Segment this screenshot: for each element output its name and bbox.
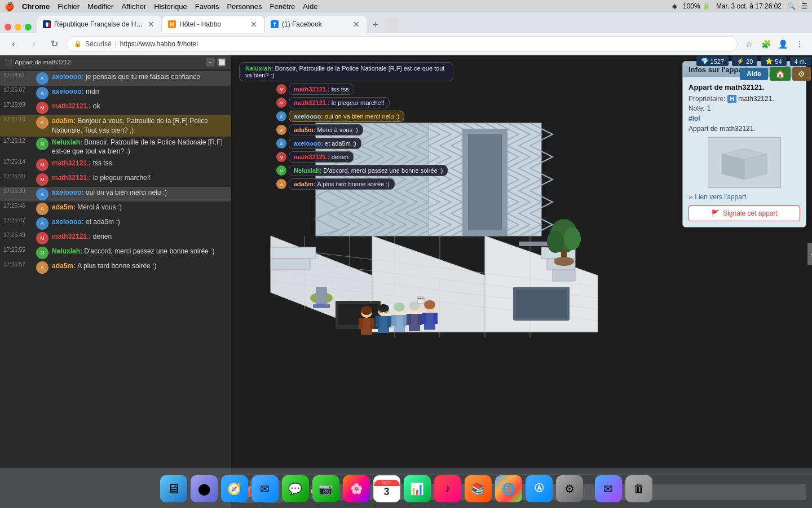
hud-stars: ⭐ 54	[761, 56, 786, 66]
dock-item-mail[interactable]: ✉	[251, 475, 279, 502]
chat-time-9: 17:25:46	[3, 203, 33, 209]
bookmark-btn[interactable]: ☆	[742, 37, 756, 51]
dock-item-music[interactable]: ♪	[434, 475, 461, 502]
dock-item-chrome[interactable]: 🌐	[495, 475, 522, 502]
gchat-av-1: M	[276, 84, 286, 94]
gchat-bubble-8: ada5m: A plus tard bonne soirée :)	[289, 178, 395, 190]
dock-item-systemprefs[interactable]: ⚙	[556, 475, 583, 502]
chat-user-3: math32121.:	[52, 102, 93, 110]
tab-close-habbo[interactable]: ✕	[249, 20, 258, 29]
aide-button[interactable]: Aide	[740, 68, 768, 80]
close-window-btn[interactable]	[5, 24, 11, 30]
apple-menu[interactable]: 🍎	[5, 2, 14, 11]
menu-afficher[interactable]: Afficher	[121, 2, 146, 11]
menu-historique[interactable]: Historique	[154, 2, 187, 11]
chat-body-12: Neluxiah: D'accord, merci passez une bon…	[52, 247, 227, 256]
minimize-window-btn[interactable]	[15, 24, 21, 30]
hud-star-icon: ⭐	[765, 58, 773, 65]
chat-msg-5: 17:25:12 N Neluxiah: Bonsoir, Patrouille…	[0, 137, 231, 158]
dock-item-appstore[interactable]: Ⓐ	[526, 475, 553, 502]
chat-expand-btn[interactable]: ⬜	[217, 58, 226, 67]
home-hud-btn[interactable]: 🏠	[770, 67, 791, 81]
url-box[interactable]: 🔒 Sécurisé | https://www.habbo.fr/hotel	[67, 36, 738, 52]
dock-item-trash[interactable]: 🗑	[625, 475, 652, 502]
app-name[interactable]: Chrome	[22, 2, 50, 11]
menu-favoris[interactable]: Favoris	[195, 2, 219, 11]
gchat-row-1: M math32121.: tss tss	[276, 84, 448, 95]
dock-item-books[interactable]: 📚	[465, 475, 492, 502]
chat-time-13: 17:25:57	[3, 261, 33, 268]
chat-msg-13: 17:25:57 A ada5m: A plus tard bonne soir…	[0, 260, 231, 275]
reload-btn[interactable]: ↻	[46, 36, 62, 52]
menu-fenetre[interactable]: Fenêtre	[270, 2, 295, 11]
svg-point-32	[547, 230, 564, 253]
tab-facebook[interactable]: f (1) Facebook ✕	[265, 16, 367, 33]
info-link-row[interactable]: » Lien vers l'appart	[689, 192, 800, 201]
chat-avatar-7: M	[36, 173, 48, 186]
info-owner-value-wrap: H math32121.	[727, 95, 774, 103]
chat-avatar-2: A	[36, 87, 48, 99]
chat-user-7: math32121.:	[52, 174, 93, 182]
hud-currency-row: 💎 1527 ⚡ 20 ⭐ 54 4 m.	[696, 56, 811, 66]
info-link-text[interactable]: Lien vers l'appart	[695, 193, 746, 201]
chat-avatar-9: A	[36, 203, 48, 215]
settings-hud-btn[interactable]: ⚙	[792, 67, 811, 81]
back-btn[interactable]: ‹	[6, 36, 21, 52]
tab-close-facebook[interactable]: ✕	[352, 20, 361, 29]
game-bubble-neluxiah-top: Neluxiah: Bonsoir, Patrouille de la Poli…	[239, 62, 453, 81]
menu-fichier[interactable]: Fichier	[58, 2, 80, 11]
dock-item-safari[interactable]: 🧭	[221, 475, 248, 502]
chat-msg-12: 17:25:55 N Neluxiah: D'accord, merci pas…	[0, 246, 231, 260]
chat-msg-6: 17:25:14 M math32121.: tss tss	[0, 157, 231, 172]
dock-item-siri[interactable]: ⬤	[191, 475, 218, 502]
info-note-value: 1	[707, 104, 711, 112]
gchat-user-7: Neluxiah:	[294, 167, 324, 174]
tab-close-republique[interactable]: ✕	[147, 20, 156, 29]
dock-item-numbers[interactable]: 📊	[404, 475, 431, 502]
chat-minimize-btn[interactable]: −	[206, 58, 215, 67]
tab-habbo[interactable]: H Hôtel - Habbo ✕	[162, 16, 264, 33]
search-icon[interactable]: 🔍	[787, 2, 796, 10]
svg-rect-56	[407, 314, 411, 325]
menu-personnes[interactable]: Personnes	[227, 2, 262, 11]
hud-activity-value: 20	[746, 58, 753, 65]
svg-point-65	[418, 298, 420, 300]
forward-btn[interactable]: ›	[26, 36, 42, 52]
arrow-right-icon: »	[689, 192, 692, 201]
extension-btn[interactable]: 🧩	[759, 37, 773, 51]
hud-top-right: 💎 1527 ⚡ 20 ⭐ 54 4 m.	[696, 56, 811, 81]
dock-item-finder[interactable]: 🖥	[160, 475, 187, 502]
chat-msg-2: 17:25:07 A axeloooo: mdrr	[0, 86, 231, 100]
svg-rect-19	[271, 247, 316, 259]
chat-msg-3: 17:25:09 M math32121.: ok	[0, 100, 231, 115]
report-room-btn[interactable]: 🚩 Signale cet appart	[689, 205, 800, 221]
menu-btn[interactable]: ⋮	[793, 37, 806, 51]
battery-status: 100% 🔋	[683, 2, 710, 10]
dock-item-mail2[interactable]: ✉	[595, 475, 622, 502]
game-overlay-chats: M math32121.: tss tss M math32121.: le p…	[276, 84, 448, 192]
dock-item-photos[interactable]: 🌸	[343, 475, 370, 502]
chat-user-13: ada5m:	[52, 262, 77, 270]
gchat-user-8: ada5m:	[294, 181, 317, 187]
control-center-icon[interactable]: ☰	[801, 2, 807, 10]
avatar-4	[407, 301, 422, 331]
chat-time-11: 17:25:49	[3, 232, 33, 238]
game-chat-user-neluxiah: Neluxiah:	[245, 65, 275, 72]
gchat-row-5: A axeloooo: et ada5m :)	[276, 138, 448, 149]
habbo-game-canvas[interactable]: Neluxiah: Bonsoir, Patrouille de la Poli…	[231, 55, 812, 474]
dock-item-calendar[interactable]: OCT 3	[373, 475, 400, 502]
dock-item-facetime[interactable]: 📷	[312, 475, 339, 502]
dock-item-messages[interactable]: 💬	[282, 475, 309, 502]
tab-republique[interactable]: 🇫🇷 République Française de Habl... ✕	[37, 16, 161, 33]
profile-btn[interactable]: 👤	[776, 37, 789, 51]
gchat-bubble-5: axeloooo: et ada5m :)	[289, 138, 361, 149]
hud-diamond-icon: 💎	[701, 58, 709, 65]
gchat-user-4: ada5m:	[294, 126, 317, 133]
maximize-window-btn[interactable]	[25, 24, 32, 30]
menu-aide[interactable]: Aide	[303, 2, 317, 11]
new-tab-btn[interactable]: +	[368, 17, 383, 33]
chat-user-11: math32121.:	[52, 233, 93, 240]
menu-modifier[interactable]: Modifier	[87, 2, 113, 11]
menu-bar-right: ◈ 100% 🔋 Mar. 3 oct. à 17:26:02 🔍 ☰	[672, 2, 807, 10]
room-thumb-svg	[716, 143, 773, 182]
